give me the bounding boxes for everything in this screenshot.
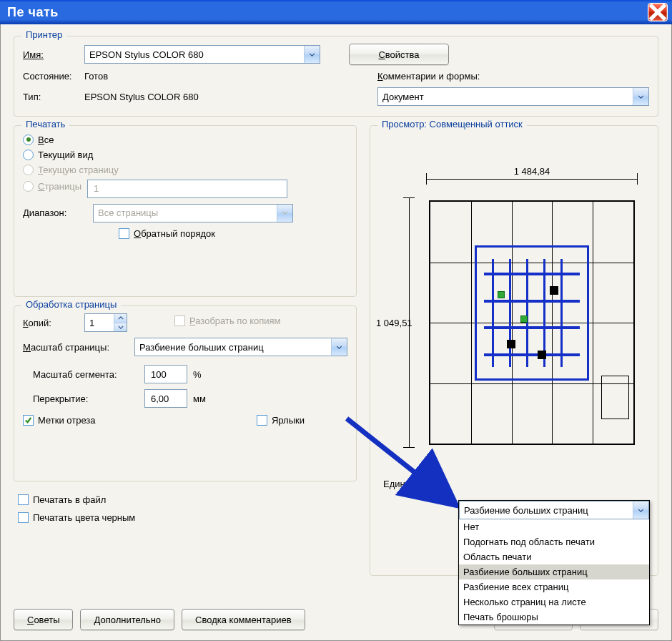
radio-current-page: Текущую страницу [23,165,119,175]
tile-scale-label: Масштаб сегмента: [33,369,139,380]
overlap-unit: мм [193,393,206,404]
checkbox-icon [23,415,34,426]
dropdown-item[interactable]: Разбиение всех страниц [459,579,649,594]
printer-type-value: EPSON Stylus COLOR 680 [84,92,199,102]
print-range-group: Печатать Все Текущий вид Текущую страниц… [14,125,357,297]
chevron-down-icon [633,501,648,519]
summary-button[interactable]: Сводка комментариев [182,609,305,630]
comments-label: Комментарии и формы: [377,71,649,82]
dropdown-item[interactable]: Несколько страниц на листе [459,594,649,610]
close-button[interactable] [648,3,668,21]
properties-button[interactable]: Свойства [349,44,449,65]
window-title: Пе чать [7,5,648,20]
chevron-up-icon [114,314,127,323]
cut-marks-check[interactable]: Метки отреза [23,415,96,426]
title-bar: Пе чать [0,0,672,24]
page-scale-select[interactable]: Разбиение больших страниц [134,338,347,356]
radio-pages: Страницы [23,181,81,192]
pages-input [87,180,287,198]
dropdown-item[interactable]: Печать брошюры [459,610,649,625]
radio-icon [23,181,34,192]
chevron-down-icon [277,205,292,222]
ruler-vertical: 1 049,51 [389,197,423,448]
printer-name-label: Имя: [23,49,79,60]
printer-group: Принтер Имя: EPSON Stylus COLOR 680 Свой… [14,36,658,117]
dropdown-item[interactable]: Область печати [459,549,649,564]
dialog-body: Принтер Имя: EPSON Stylus COLOR 680 Свой… [0,24,672,641]
radio-icon [23,134,34,145]
ruler-horizontal: 1 484,84 [426,169,638,189]
preview-canvas: 1 484,84 1 049,51 [383,169,645,476]
copies-label: Копий: [23,318,79,328]
copies-spin[interactable]: 1 [84,313,127,332]
page-handling-title: Обработка страницы [21,299,121,310]
preview-height: 1 049,51 [376,318,412,328]
preview-width: 1 484,84 [426,166,638,177]
checkbox-icon [257,415,267,426]
units-line: Единицы: мм [383,479,440,489]
chevron-down-icon [331,338,347,356]
page-scale-dropdown-popup: Разбиение больших страниц Нет Подогнать … [458,500,650,625]
print-range-title: Печатать [21,119,69,129]
dropdown-item[interactable]: Нет [459,519,649,534]
close-icon [648,3,667,21]
page-scale-label: Масштаб страницы: [23,342,129,353]
radio-current-view[interactable]: Текущий вид [23,150,93,160]
radio-icon [23,165,34,175]
dropdown-item[interactable]: Подогнать под область печати [459,534,649,549]
overlap-label: Перекрытие: [33,393,139,404]
comments-select[interactable]: Документ [377,87,649,106]
chevron-down-icon [304,46,320,63]
dropdown-item[interactable]: Разбиение больших страниц [459,564,649,579]
printer-group-title: Принтер [21,29,66,40]
overlap-input[interactable] [144,389,187,408]
print-black-check[interactable]: Печатать цвета черным [18,512,135,523]
print-to-file-check[interactable]: Печатать в файл [18,494,106,505]
collate-check: Разобрать по копиям [174,315,281,326]
chevron-down-icon [114,323,127,332]
printer-status-label: Состояние: [23,71,79,82]
checkbox-icon [174,315,185,326]
radio-all[interactable]: Все [23,134,54,145]
tips-button[interactable]: Советы [14,609,73,630]
printer-type-label: Тип: [23,92,79,102]
advanced-button[interactable]: Дополнительно [80,609,174,630]
preview-page [429,200,635,445]
dropdown-list: Нет Подогнать под область печати Область… [459,519,649,625]
printer-status-value: Готов [84,71,108,82]
checkbox-icon [119,228,129,239]
radio-icon [23,150,34,160]
subset-label: Диапазон: [23,207,87,218]
labels-check[interactable]: Ярлыки [257,415,305,426]
printer-name-select[interactable]: EPSON Stylus COLOR 680 [84,45,320,64]
checkbox-icon [18,494,29,505]
chevron-down-icon [633,88,648,105]
tile-scale-input[interactable] [144,365,187,383]
spin-buttons[interactable] [114,314,127,331]
page-handling-group: Обработка страницы Копий: 1 Разобрать по… [14,305,357,481]
tile-scale-unit: % [193,369,202,380]
dropdown-selected[interactable]: Разбиение больших страниц [459,501,649,519]
preview-title: Просмотр: Совмещенный оттиск [377,119,527,129]
subset-select: Все страницы [93,204,293,222]
checkbox-icon [18,512,29,523]
reverse-check[interactable]: Обратный порядок [119,228,215,239]
